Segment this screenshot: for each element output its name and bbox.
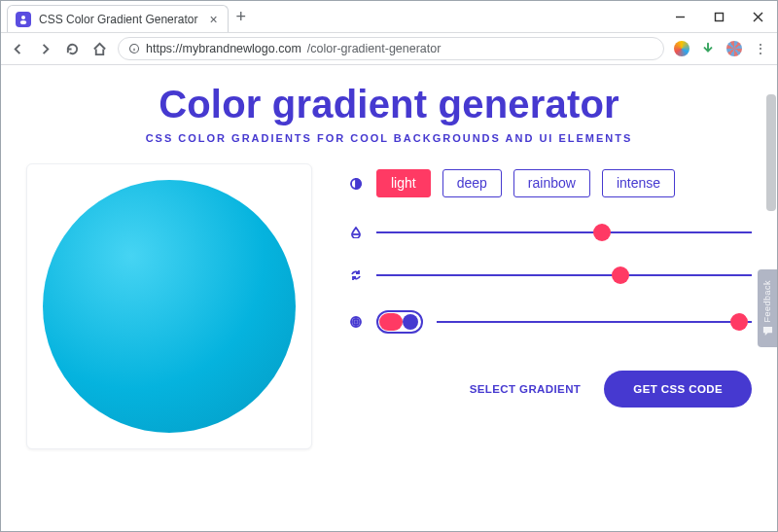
svg-point-13: [355, 321, 357, 323]
home-button[interactable]: [90, 40, 108, 57]
new-tab-button[interactable]: +: [236, 7, 247, 27]
spread-slider-thumb[interactable]: [730, 313, 748, 331]
gradient-preview: [43, 180, 296, 433]
hue-slider-thumb[interactable]: [593, 224, 611, 241]
forward-button[interactable]: [36, 40, 53, 57]
hue-slider[interactable]: [376, 225, 752, 240]
favicon-icon: [16, 12, 31, 27]
feedback-tab[interactable]: Feedback: [758, 269, 777, 347]
svg-point-1: [20, 20, 26, 24]
rotate-slider-thumb[interactable]: [612, 266, 629, 284]
window-close-button[interactable]: [738, 1, 777, 32]
close-tab-icon[interactable]: ×: [209, 12, 217, 27]
extension-icon-1[interactable]: [674, 41, 690, 56]
gradient-type-toggle[interactable]: [376, 310, 423, 334]
browser-toolbar: https://mybrandnewlogo.com/color-gradien…: [1, 32, 777, 65]
page-subtitle: CSS color gradients for cool backgrounds…: [20, 132, 758, 144]
controls-panel: light deep rainbow intense: [349, 163, 752, 449]
page-content: Color gradient generator CSS color gradi…: [1, 65, 777, 531]
get-css-code-button[interactable]: GET CSS CODE: [604, 371, 752, 408]
gradient-preview-card: [26, 163, 312, 449]
extension-icon-2[interactable]: [701, 42, 715, 55]
browser-window: CSS Color Gradient Generator × + https:/…: [0, 0, 778, 532]
drop-icon: [349, 227, 363, 238]
mode-light[interactable]: light: [376, 169, 431, 197]
window-minimize-button[interactable]: [660, 1, 699, 32]
radial-icon: [349, 316, 363, 328]
site-info-icon: [128, 43, 140, 54]
address-url-host: https://mybrandnewlogo.com: [146, 42, 301, 55]
tab-title: CSS Color Gradient Generator: [39, 13, 197, 26]
extension-icon-3[interactable]: [726, 41, 742, 56]
rotate-icon: [349, 269, 363, 281]
rotate-slider[interactable]: [376, 267, 752, 283]
mode-deep[interactable]: deep: [442, 169, 502, 197]
speech-icon: [762, 326, 773, 337]
page-title: Color gradient generator: [20, 83, 758, 126]
address-bar[interactable]: https://mybrandnewlogo.com/color-gradien…: [118, 37, 664, 60]
actions-row: SELECT GRADIENT GET CSS CODE: [349, 371, 752, 408]
address-url-path: /color-gradient-generator: [307, 42, 442, 55]
back-button[interactable]: [9, 40, 26, 57]
svg-point-0: [21, 16, 25, 19]
titlebar: CSS Color Gradient Generator × +: [1, 1, 777, 32]
contrast-icon: [349, 178, 363, 190]
mode-intense[interactable]: intense: [602, 169, 675, 197]
browser-menu-button[interactable]: ⋮: [754, 41, 769, 56]
hero: Color gradient generator CSS color gradi…: [1, 65, 777, 148]
window-maximize-button[interactable]: [699, 1, 738, 32]
mode-rainbow[interactable]: rainbow: [513, 169, 590, 197]
browser-tab[interactable]: CSS Color Gradient Generator ×: [7, 5, 229, 32]
svg-rect-3: [715, 13, 723, 20]
scrollbar[interactable]: [766, 94, 776, 211]
select-gradient-button[interactable]: SELECT GRADIENT: [470, 383, 582, 395]
spread-slider[interactable]: [437, 314, 752, 330]
mode-selector: light deep rainbow intense: [376, 169, 675, 197]
extensions: ⋮: [674, 41, 769, 56]
reload-button[interactable]: [63, 40, 81, 57]
feedback-label: Feedback: [762, 280, 772, 323]
